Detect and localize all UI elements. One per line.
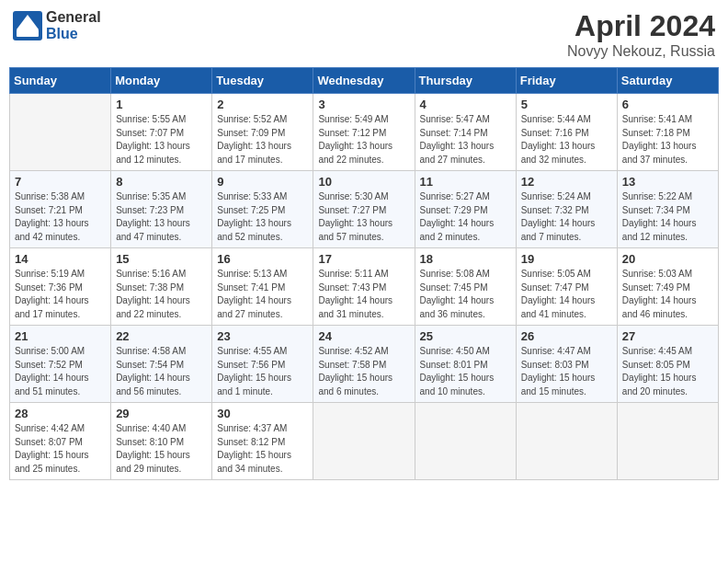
day-number: 25 [420,329,511,343]
day-info: Sunrise: 4:55 AM Sunset: 7:56 PM Dayligh… [217,345,308,398]
day-number: 28 [15,407,106,420]
calendar-cell: 5Sunrise: 5:44 AM Sunset: 7:16 PM Daylig… [516,94,617,171]
calendar-cell: 9Sunrise: 5:33 AM Sunset: 7:25 PM Daylig… [212,171,313,248]
day-info: Sunrise: 5:16 AM Sunset: 7:38 PM Dayligh… [116,268,207,321]
calendar-cell: 2Sunrise: 5:52 AM Sunset: 7:09 PM Daylig… [212,94,313,171]
day-info: Sunrise: 5:35 AM Sunset: 7:23 PM Dayligh… [116,190,207,244]
day-info: Sunrise: 4:45 AM Sunset: 8:05 PM Dayligh… [622,345,713,398]
day-number: 13 [622,175,713,189]
calendar-cell: 4Sunrise: 5:47 AM Sunset: 7:14 PM Daylig… [415,94,516,171]
day-info: Sunrise: 5:24 AM Sunset: 7:32 PM Dayligh… [521,190,612,244]
calendar-cell: 24Sunrise: 4:52 AM Sunset: 7:58 PM Dayli… [313,326,415,403]
day-number: 21 [15,329,106,343]
day-info: Sunrise: 4:42 AM Sunset: 8:07 PM Dayligh… [15,422,106,476]
calendar-week-3: 21Sunrise: 5:00 AM Sunset: 7:52 PM Dayli… [10,326,719,403]
calendar-cell: 17Sunrise: 5:11 AM Sunset: 7:43 PM Dayli… [313,248,415,326]
day-info: Sunrise: 5:22 AM Sunset: 7:34 PM Dayligh… [622,190,713,244]
day-info: Sunrise: 5:05 AM Sunset: 7:47 PM Dayligh… [521,268,612,321]
calendar-cell: 15Sunrise: 5:16 AM Sunset: 7:38 PM Dayli… [111,248,212,326]
header-cell-monday: Monday [111,68,212,94]
day-number: 16 [217,252,308,266]
day-info: Sunrise: 5:52 AM Sunset: 7:09 PM Dayligh… [217,113,308,167]
calendar-cell: 19Sunrise: 5:05 AM Sunset: 7:47 PM Dayli… [516,248,617,326]
header-cell-tuesday: Tuesday [212,68,313,94]
calendar-cell [10,94,111,171]
day-info: Sunrise: 5:03 AM Sunset: 7:49 PM Dayligh… [622,268,713,321]
calendar-cell: 13Sunrise: 5:22 AM Sunset: 7:34 PM Dayli… [617,171,718,248]
day-number: 2 [217,98,308,111]
calendar-week-0: 1Sunrise: 5:55 AM Sunset: 7:07 PM Daylig… [10,94,719,171]
header-cell-thursday: Thursday [415,68,516,94]
day-info: Sunrise: 5:30 AM Sunset: 7:27 PM Dayligh… [318,190,409,244]
calendar-cell: 25Sunrise: 4:50 AM Sunset: 8:01 PM Dayli… [415,326,516,403]
calendar-cell: 14Sunrise: 5:19 AM Sunset: 7:36 PM Dayli… [10,248,111,326]
day-number: 8 [116,175,207,189]
day-number: 4 [420,98,511,111]
calendar-cell: 11Sunrise: 5:27 AM Sunset: 7:29 PM Dayli… [415,171,516,248]
day-info: Sunrise: 5:08 AM Sunset: 7:45 PM Dayligh… [420,268,511,321]
calendar-week-2: 14Sunrise: 5:19 AM Sunset: 7:36 PM Dayli… [10,248,719,326]
day-info: Sunrise: 4:40 AM Sunset: 8:10 PM Dayligh… [116,422,207,476]
calendar-cell: 12Sunrise: 5:24 AM Sunset: 7:32 PM Dayli… [516,171,617,248]
calendar-cell: 23Sunrise: 4:55 AM Sunset: 7:56 PM Dayli… [212,326,313,403]
day-number: 18 [420,252,511,266]
calendar-cell: 29Sunrise: 4:40 AM Sunset: 8:10 PM Dayli… [111,403,212,480]
day-number: 20 [622,252,713,266]
calendar-cell: 7Sunrise: 5:38 AM Sunset: 7:21 PM Daylig… [10,171,111,248]
header-row: SundayMondayTuesdayWednesdayThursdayFrid… [10,68,719,94]
calendar-header: SundayMondayTuesdayWednesdayThursdayFrid… [10,68,719,94]
day-info: Sunrise: 4:50 AM Sunset: 8:01 PM Dayligh… [420,345,511,398]
calendar-week-1: 7Sunrise: 5:38 AM Sunset: 7:21 PM Daylig… [10,171,719,248]
day-number: 11 [420,175,511,189]
day-number: 5 [521,98,612,111]
calendar-week-4: 28Sunrise: 4:42 AM Sunset: 8:07 PM Dayli… [10,403,719,480]
day-number: 14 [15,252,106,266]
calendar-body: 1Sunrise: 5:55 AM Sunset: 7:07 PM Daylig… [10,94,719,480]
day-info: Sunrise: 5:41 AM Sunset: 7:18 PM Dayligh… [622,113,713,167]
day-info: Sunrise: 5:00 AM Sunset: 7:52 PM Dayligh… [15,345,106,398]
day-info: Sunrise: 4:58 AM Sunset: 7:54 PM Dayligh… [116,345,207,398]
day-info: Sunrise: 5:55 AM Sunset: 7:07 PM Dayligh… [116,113,207,167]
header-cell-friday: Friday [516,68,617,94]
day-number: 26 [521,329,612,343]
calendar-cell: 30Sunrise: 4:37 AM Sunset: 8:12 PM Dayli… [212,403,313,480]
day-number: 6 [622,98,713,111]
day-number: 10 [318,175,409,189]
logo-blue: Blue [46,26,78,41]
day-number: 22 [116,329,207,343]
calendar-cell: 27Sunrise: 4:45 AM Sunset: 8:05 PM Dayli… [617,326,718,403]
calendar-cell: 6Sunrise: 5:41 AM Sunset: 7:18 PM Daylig… [617,94,718,171]
day-info: Sunrise: 5:38 AM Sunset: 7:21 PM Dayligh… [15,190,106,244]
day-number: 1 [116,98,207,111]
calendar-cell [313,403,415,480]
calendar-title: April 2024 [567,9,715,43]
logo-icon [13,11,42,40]
day-info: Sunrise: 5:19 AM Sunset: 7:36 PM Dayligh… [15,268,106,321]
calendar-table: SundayMondayTuesdayWednesdayThursdayFrid… [9,67,719,480]
calendar-cell: 18Sunrise: 5:08 AM Sunset: 7:45 PM Dayli… [415,248,516,326]
header-cell-saturday: Saturday [617,68,718,94]
calendar-cell: 16Sunrise: 5:13 AM Sunset: 7:41 PM Dayli… [212,248,313,326]
calendar-cell: 21Sunrise: 5:00 AM Sunset: 7:52 PM Dayli… [10,326,111,403]
day-info: Sunrise: 5:27 AM Sunset: 7:29 PM Dayligh… [420,190,511,244]
calendar-cell: 26Sunrise: 4:47 AM Sunset: 8:03 PM Dayli… [516,326,617,403]
day-number: 24 [318,329,409,343]
day-number: 23 [217,329,308,343]
day-number: 17 [318,252,409,266]
header-cell-wednesday: Wednesday [313,68,415,94]
day-number: 27 [622,329,713,343]
day-info: Sunrise: 4:52 AM Sunset: 7:58 PM Dayligh… [318,345,409,398]
calendar-cell: 1Sunrise: 5:55 AM Sunset: 7:07 PM Daylig… [111,94,212,171]
day-info: Sunrise: 5:44 AM Sunset: 7:16 PM Dayligh… [521,113,612,167]
day-number: 15 [116,252,207,266]
day-number: 9 [217,175,308,189]
header: General Blue April 2024 Novyy Nekouz, Ru… [9,9,719,60]
calendar-cell: 10Sunrise: 5:30 AM Sunset: 7:27 PM Dayli… [313,171,415,248]
day-number: 12 [521,175,612,189]
calendar-cell: 28Sunrise: 4:42 AM Sunset: 8:07 PM Dayli… [10,403,111,480]
day-number: 3 [318,98,409,111]
day-info: Sunrise: 5:47 AM Sunset: 7:14 PM Dayligh… [420,113,511,167]
day-number: 29 [116,407,207,420]
day-info: Sunrise: 4:37 AM Sunset: 8:12 PM Dayligh… [217,422,308,476]
day-number: 19 [521,252,612,266]
